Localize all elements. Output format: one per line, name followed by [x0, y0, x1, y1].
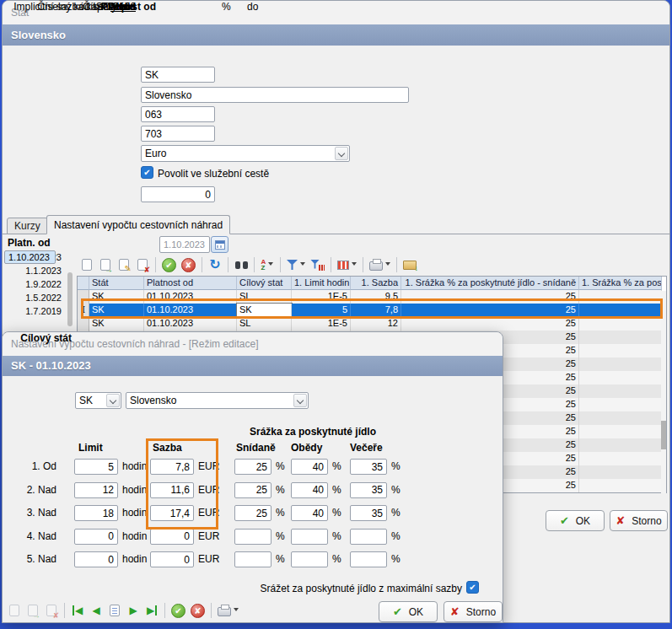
- snidane-input[interactable]: 25: [234, 459, 271, 475]
- new-record-icon[interactable]: [78, 255, 95, 274]
- platnost-od-filter-input[interactable]: 1.10.2023: [159, 236, 210, 253]
- chevron-down-icon[interactable]: [352, 262, 357, 268]
- table-cell[interactable]: [579, 425, 662, 438]
- vecere-input[interactable]: 35: [350, 459, 387, 475]
- table-cell[interactable]: SI: [237, 290, 292, 304]
- table-cell[interactable]: 1E-5: [292, 290, 351, 304]
- obedy-input[interactable]: [291, 529, 328, 545]
- editing-cell[interactable]: SK: [237, 304, 292, 317]
- accept-icon[interactable]: ✔: [169, 601, 187, 620]
- platnost-list-item[interactable]: 1.1.2023: [4, 264, 67, 277]
- table-cell[interactable]: [579, 371, 662, 384]
- filter-icon[interactable]: [285, 255, 307, 274]
- sazba-input[interactable]: 7,8: [150, 459, 194, 475]
- search-icon[interactable]: [233, 255, 250, 274]
- row-selector-cell[interactable]: I: [78, 304, 89, 317]
- limit-input[interactable]: 0: [74, 551, 118, 567]
- table-cell[interactable]: 9,5: [351, 290, 401, 304]
- platnost-list-item[interactable]: 1.7.2019: [4, 304, 67, 318]
- dialog-ok-button[interactable]: ✔ OK: [379, 601, 438, 622]
- tab-kurzy[interactable]: Kurzy: [7, 218, 48, 234]
- cilovy-stat-code-select[interactable]: SK: [75, 392, 121, 409]
- table-cell[interactable]: [579, 438, 662, 452]
- table-scrollbar-thumb[interactable]: [661, 421, 666, 449]
- refresh-icon[interactable]: ↻: [207, 255, 223, 274]
- table-cell[interactable]: [579, 344, 662, 358]
- sazba-input[interactable]: 0: [150, 551, 194, 567]
- platnost-list-scrollbar[interactable]: [67, 272, 73, 326]
- implicitni-sazba-field[interactable]: 0: [141, 186, 215, 202]
- limit-input[interactable]: 5: [74, 459, 118, 475]
- platnost-list-item[interactable]: 1.10.2023: [4, 250, 56, 264]
- table-cell[interactable]: 01.10.2023: [144, 290, 237, 304]
- table-cell[interactable]: 01.10.2023: [144, 317, 237, 331]
- chevron-down-icon[interactable]: [268, 262, 273, 268]
- cancel-icon[interactable]: ✘: [180, 255, 197, 274]
- table-cell[interactable]: [579, 331, 662, 344]
- copy-record-icon[interactable]: [97, 255, 114, 274]
- snidane-input[interactable]: 25: [234, 482, 271, 498]
- table-cell[interactable]: 1E-5: [292, 317, 351, 331]
- column-header[interactable]: 1. Srážka % za poskytnuté jídlo - snídan…: [401, 277, 579, 290]
- sort-az-icon[interactable]: AZ: [259, 255, 276, 274]
- column-header[interactable]: 1. Sazba: [351, 277, 401, 290]
- columns-icon[interactable]: [336, 255, 358, 274]
- table-cell[interactable]: SK: [89, 304, 144, 317]
- chevron-down-icon[interactable]: [385, 262, 390, 268]
- obedy-input[interactable]: [291, 551, 328, 567]
- table-cell[interactable]: 7,8: [351, 304, 401, 317]
- limit-input[interactable]: 0: [74, 529, 118, 545]
- export-icon[interactable]: [401, 255, 418, 274]
- table-cell[interactable]: 25: [401, 304, 579, 317]
- print-icon[interactable]: [368, 255, 392, 274]
- limit-input[interactable]: 18: [74, 505, 118, 521]
- storno-button[interactable]: ✘ Storno: [610, 510, 668, 531]
- chevron-down-icon[interactable]: [106, 394, 120, 407]
- tab-nastaveni-nahrad[interactable]: Nastavení vypočtu cestovních náhrad: [46, 215, 230, 234]
- print-icon[interactable]: [216, 601, 240, 620]
- chevron-down-icon[interactable]: [335, 147, 348, 160]
- povolit-checkbox[interactable]: [141, 166, 153, 179]
- table-cell[interactable]: [579, 358, 662, 371]
- ciselny-kod-iso-field[interactable]: 703: [141, 126, 215, 142]
- table-cell[interactable]: [579, 398, 662, 411]
- table-cell[interactable]: 5: [292, 304, 351, 317]
- table-cell[interactable]: SK: [89, 290, 144, 304]
- popis-field[interactable]: Slovensko: [141, 87, 409, 103]
- edit-dialog-titlebar[interactable]: Nastavení výpočtu cestovních náhrad - [R…: [3, 332, 503, 356]
- chevron-down-icon[interactable]: [300, 262, 305, 268]
- platnost-list-item[interactable]: 1.9.2022: [4, 277, 67, 291]
- table-cell[interactable]: [579, 304, 662, 317]
- table-cell[interactable]: 12: [351, 317, 401, 331]
- ok-button[interactable]: ✔ OK: [546, 510, 605, 531]
- sazba-input[interactable]: 17,4: [150, 505, 194, 521]
- table-cell[interactable]: [579, 317, 662, 331]
- vecere-input[interactable]: 35: [350, 505, 387, 521]
- chevron-down-icon[interactable]: [293, 394, 307, 407]
- dialog-storno-button[interactable]: ✘ Storno: [444, 601, 503, 622]
- record-detail-icon[interactable]: [106, 601, 123, 620]
- table-cell[interactable]: [579, 465, 662, 479]
- table-cell[interactable]: SK: [89, 317, 144, 331]
- table-cell[interactable]: [579, 384, 662, 398]
- column-header[interactable]: 1. Srážka % za pos: [579, 277, 662, 290]
- table-cell[interactable]: 01.10.2023: [144, 304, 237, 317]
- cilovy-stat-name-select[interactable]: Slovensko: [126, 392, 309, 409]
- snidane-input[interactable]: [234, 529, 271, 545]
- delete-record-icon[interactable]: [134, 255, 151, 274]
- table-scrollbar-track[interactable]: [661, 291, 666, 493]
- obedy-input[interactable]: 40: [291, 459, 328, 475]
- table-cell[interactable]: 25: [401, 317, 579, 331]
- table-cell[interactable]: 25: [401, 290, 579, 304]
- column-header[interactable]: Stát: [89, 277, 144, 290]
- next-record-icon[interactable]: ▶: [125, 601, 142, 620]
- table-row[interactable]: ISK01.10.2023SK57,825: [78, 304, 666, 317]
- last-record-icon[interactable]: ▶: [143, 601, 160, 620]
- obedy-input[interactable]: 40: [291, 482, 328, 498]
- sazba-input[interactable]: 0: [150, 529, 194, 545]
- vecere-input[interactable]: [350, 529, 387, 545]
- sazba-input[interactable]: 11,6: [150, 482, 194, 498]
- table-cell[interactable]: [579, 411, 662, 425]
- limit-input[interactable]: 12: [74, 482, 118, 498]
- table-row[interactable]: SK01.10.2023SL1E-51225: [78, 317, 666, 331]
